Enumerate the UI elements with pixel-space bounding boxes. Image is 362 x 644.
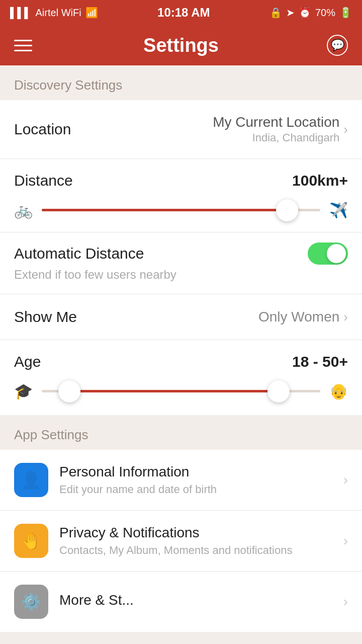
- hamburger-line: [14, 40, 32, 41]
- battery-icon: 🔋: [339, 7, 352, 19]
- personal-info-title: Personal Information: [59, 464, 332, 480]
- age-value: 18 - 50+: [292, 353, 348, 370]
- age-slider-container: 🎓 👴: [14, 382, 348, 400]
- signal-icon: ▌▌▌: [10, 7, 32, 19]
- age-slider-fill: [69, 390, 279, 392]
- page-title: Settings: [143, 35, 219, 56]
- age-section: Age 18 - 50+ 🎓 👴: [0, 340, 362, 415]
- chat-button[interactable]: 💬: [327, 35, 348, 56]
- distance-value: 100km+: [292, 172, 348, 189]
- person-icon: 👤: [21, 470, 41, 490]
- age-icon-left: 🎓: [14, 382, 33, 400]
- app-header: Settings 💬: [0, 25, 362, 65]
- more-chevron: ›: [343, 594, 348, 610]
- location-row[interactable]: Location My Current Location India, Chan…: [0, 100, 362, 159]
- personal-info-row[interactable]: 👤 Personal Information Edit your name an…: [0, 450, 362, 511]
- privacy-icon: 🤚: [14, 524, 48, 558]
- lock-icon: 🔒: [269, 7, 282, 19]
- distance-icon-right: ✈️: [329, 201, 348, 219]
- age-slider-track[interactable]: [42, 390, 320, 392]
- more-title: More & St...: [59, 592, 332, 608]
- auto-distance-toggle[interactable]: [308, 243, 348, 265]
- privacy-chevron: ›: [343, 533, 348, 549]
- show-me-row[interactable]: Show Me Only Women ›: [0, 294, 362, 340]
- location-label: Location: [14, 121, 71, 138]
- location-value: My Current Location India, Chandigarh ›: [213, 114, 348, 144]
- privacy-subtitle: Contacts, My Album, Moments and notifica…: [59, 544, 332, 557]
- age-header: Age 18 - 50+: [14, 353, 348, 370]
- age-slider-thumb-right[interactable]: [267, 380, 290, 403]
- discovery-section-header: Discovery Settings: [0, 65, 362, 100]
- location-main-text: My Current Location: [213, 114, 339, 130]
- auto-distance-subtitle: Extend if too few users nearby: [14, 268, 176, 281]
- carrier-label: Airtel WiFi: [36, 7, 81, 19]
- age-slider-thumb-left[interactable]: [58, 380, 80, 403]
- auto-distance-label: Automatic Distance: [14, 245, 144, 262]
- personal-info-chevron: ›: [343, 472, 348, 488]
- privacy-title: Privacy & Notifications: [59, 525, 332, 541]
- show-me-chevron: ›: [343, 309, 348, 325]
- privacy-notifications-row[interactable]: 🤚 Privacy & Notifications Contacts, My A…: [0, 511, 362, 572]
- distance-slider-fill: [42, 209, 287, 211]
- menu-button[interactable]: [14, 40, 32, 51]
- show-me-label: Show Me: [14, 308, 77, 326]
- status-left: ▌▌▌ Airtel WiFi 📶: [10, 7, 98, 19]
- distance-label: Distance: [14, 172, 73, 189]
- discovery-section: Discovery Settings Location My Current L…: [0, 65, 362, 415]
- app-settings-section: App Settings 👤 Personal Information Edit…: [0, 415, 362, 632]
- toggle-knob: [327, 244, 346, 263]
- wifi-icon: 📶: [85, 7, 98, 19]
- app-settings-card: 👤 Personal Information Edit your name an…: [0, 450, 362, 632]
- distance-slider-thumb[interactable]: [276, 199, 298, 221]
- alarm-icon: ⏰: [299, 7, 311, 19]
- more-settings-row[interactable]: ⚙️ More & St... ›: [0, 572, 362, 632]
- auto-distance-row: Automatic Distance Extend if too few use…: [0, 232, 362, 294]
- more-content: More & St...: [59, 592, 332, 611]
- chat-bubble-icon: 💬: [331, 39, 344, 52]
- notification-icon: 🤚: [21, 531, 41, 550]
- app-settings-header: App Settings: [0, 415, 362, 450]
- distance-slider-container: 🚲 ✈️: [14, 201, 348, 219]
- show-me-value: Only Women ›: [258, 309, 348, 325]
- location-detail: My Current Location India, Chandigarh: [213, 114, 339, 144]
- distance-header: Distance 100km+: [14, 172, 348, 189]
- location-icon: ➤: [286, 7, 295, 19]
- privacy-content: Privacy & Notifications Contacts, My Alb…: [59, 525, 332, 557]
- distance-section: Distance 100km+ 🚲 ✈️: [0, 159, 362, 232]
- more-icon: ⚙️: [14, 585, 48, 619]
- battery-label: 70%: [315, 7, 335, 19]
- location-chevron: ›: [343, 122, 348, 137]
- personal-info-icon: 👤: [14, 463, 48, 497]
- distance-icon-left: 🚲: [14, 201, 33, 219]
- distance-slider-track[interactable]: [42, 209, 320, 211]
- personal-info-subtitle: Edit your name and date of birth: [59, 483, 332, 496]
- personal-info-content: Personal Information Edit your name and …: [59, 464, 332, 496]
- status-right: 🔒 ➤ ⏰ 70% 🔋: [269, 7, 352, 19]
- show-me-text: Only Women: [258, 309, 339, 325]
- auto-distance-top: Automatic Distance: [14, 243, 348, 265]
- hamburger-line: [14, 50, 32, 51]
- hamburger-line: [14, 45, 32, 46]
- age-icon-right: 👴: [329, 382, 348, 400]
- status-bar: ▌▌▌ Airtel WiFi 📶 10:18 AM 🔒 ➤ ⏰ 70% 🔋: [0, 0, 362, 25]
- location-sub-text: India, Chandigarh: [252, 131, 340, 144]
- age-label: Age: [14, 353, 41, 370]
- gear-icon: ⚙️: [21, 592, 41, 611]
- status-time: 10:18 AM: [157, 6, 210, 20]
